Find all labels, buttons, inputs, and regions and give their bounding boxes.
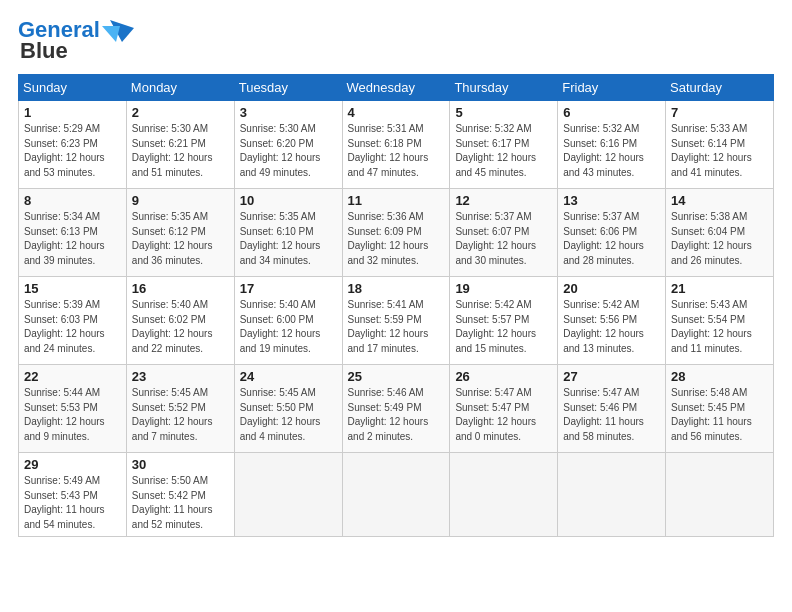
- weekday-header: Saturday: [666, 75, 774, 101]
- calendar-cell: 16Sunrise: 5:40 AM Sunset: 6:02 PM Dayli…: [126, 277, 234, 365]
- day-number: 12: [455, 193, 552, 208]
- day-number: 20: [563, 281, 660, 296]
- day-number: 6: [563, 105, 660, 120]
- calendar-cell: 1Sunrise: 5:29 AM Sunset: 6:23 PM Daylig…: [19, 101, 127, 189]
- weekday-header: Tuesday: [234, 75, 342, 101]
- day-info: Sunrise: 5:31 AM Sunset: 6:18 PM Dayligh…: [348, 122, 445, 180]
- weekday-header: Wednesday: [342, 75, 450, 101]
- calendar-cell: 28Sunrise: 5:48 AM Sunset: 5:45 PM Dayli…: [666, 365, 774, 453]
- day-info: Sunrise: 5:34 AM Sunset: 6:13 PM Dayligh…: [24, 210, 121, 268]
- header: General Blue: [18, 18, 774, 64]
- calendar-cell: 24Sunrise: 5:45 AM Sunset: 5:50 PM Dayli…: [234, 365, 342, 453]
- day-number: 18: [348, 281, 445, 296]
- logo-blue: Blue: [20, 38, 68, 64]
- calendar-cell: 26Sunrise: 5:47 AM Sunset: 5:47 PM Dayli…: [450, 365, 558, 453]
- day-number: 30: [132, 457, 229, 472]
- weekday-header: Friday: [558, 75, 666, 101]
- day-info: Sunrise: 5:43 AM Sunset: 5:54 PM Dayligh…: [671, 298, 768, 356]
- day-info: Sunrise: 5:40 AM Sunset: 6:00 PM Dayligh…: [240, 298, 337, 356]
- day-info: Sunrise: 5:36 AM Sunset: 6:09 PM Dayligh…: [348, 210, 445, 268]
- day-number: 24: [240, 369, 337, 384]
- page: General Blue SundayMondayTuesdayWednesda…: [0, 0, 792, 612]
- day-number: 19: [455, 281, 552, 296]
- day-info: Sunrise: 5:46 AM Sunset: 5:49 PM Dayligh…: [348, 386, 445, 444]
- empty-cell: [234, 453, 342, 537]
- day-info: Sunrise: 5:50 AM Sunset: 5:42 PM Dayligh…: [132, 474, 229, 532]
- day-number: 15: [24, 281, 121, 296]
- day-number: 1: [24, 105, 121, 120]
- day-number: 27: [563, 369, 660, 384]
- day-number: 2: [132, 105, 229, 120]
- day-info: Sunrise: 5:35 AM Sunset: 6:12 PM Dayligh…: [132, 210, 229, 268]
- day-number: 17: [240, 281, 337, 296]
- calendar-cell: 23Sunrise: 5:45 AM Sunset: 5:52 PM Dayli…: [126, 365, 234, 453]
- day-info: Sunrise: 5:42 AM Sunset: 5:57 PM Dayligh…: [455, 298, 552, 356]
- calendar-cell: 5Sunrise: 5:32 AM Sunset: 6:17 PM Daylig…: [450, 101, 558, 189]
- day-info: Sunrise: 5:48 AM Sunset: 5:45 PM Dayligh…: [671, 386, 768, 444]
- day-info: Sunrise: 5:39 AM Sunset: 6:03 PM Dayligh…: [24, 298, 121, 356]
- day-number: 23: [132, 369, 229, 384]
- day-info: Sunrise: 5:33 AM Sunset: 6:14 PM Dayligh…: [671, 122, 768, 180]
- calendar-cell: 20Sunrise: 5:42 AM Sunset: 5:56 PM Dayli…: [558, 277, 666, 365]
- day-info: Sunrise: 5:44 AM Sunset: 5:53 PM Dayligh…: [24, 386, 121, 444]
- logo-icon: [102, 20, 134, 42]
- day-number: 26: [455, 369, 552, 384]
- day-info: Sunrise: 5:42 AM Sunset: 5:56 PM Dayligh…: [563, 298, 660, 356]
- calendar-cell: 18Sunrise: 5:41 AM Sunset: 5:59 PM Dayli…: [342, 277, 450, 365]
- calendar-cell: 27Sunrise: 5:47 AM Sunset: 5:46 PM Dayli…: [558, 365, 666, 453]
- day-number: 7: [671, 105, 768, 120]
- day-number: 22: [24, 369, 121, 384]
- calendar-cell: 14Sunrise: 5:38 AM Sunset: 6:04 PM Dayli…: [666, 189, 774, 277]
- calendar-cell: 4Sunrise: 5:31 AM Sunset: 6:18 PM Daylig…: [342, 101, 450, 189]
- calendar-cell: 11Sunrise: 5:36 AM Sunset: 6:09 PM Dayli…: [342, 189, 450, 277]
- calendar-cell: 30Sunrise: 5:50 AM Sunset: 5:42 PM Dayli…: [126, 453, 234, 537]
- calendar-cell: 12Sunrise: 5:37 AM Sunset: 6:07 PM Dayli…: [450, 189, 558, 277]
- day-info: Sunrise: 5:45 AM Sunset: 5:52 PM Dayligh…: [132, 386, 229, 444]
- day-info: Sunrise: 5:41 AM Sunset: 5:59 PM Dayligh…: [348, 298, 445, 356]
- day-number: 16: [132, 281, 229, 296]
- day-number: 21: [671, 281, 768, 296]
- day-info: Sunrise: 5:32 AM Sunset: 6:16 PM Dayligh…: [563, 122, 660, 180]
- calendar-cell: 21Sunrise: 5:43 AM Sunset: 5:54 PM Dayli…: [666, 277, 774, 365]
- calendar-cell: 9Sunrise: 5:35 AM Sunset: 6:12 PM Daylig…: [126, 189, 234, 277]
- calendar-cell: 17Sunrise: 5:40 AM Sunset: 6:00 PM Dayli…: [234, 277, 342, 365]
- day-info: Sunrise: 5:40 AM Sunset: 6:02 PM Dayligh…: [132, 298, 229, 356]
- day-info: Sunrise: 5:47 AM Sunset: 5:47 PM Dayligh…: [455, 386, 552, 444]
- weekday-header: Thursday: [450, 75, 558, 101]
- day-number: 25: [348, 369, 445, 384]
- calendar-cell: 15Sunrise: 5:39 AM Sunset: 6:03 PM Dayli…: [19, 277, 127, 365]
- empty-cell: [342, 453, 450, 537]
- day-info: Sunrise: 5:29 AM Sunset: 6:23 PM Dayligh…: [24, 122, 121, 180]
- calendar-cell: 29Sunrise: 5:49 AM Sunset: 5:43 PM Dayli…: [19, 453, 127, 537]
- day-info: Sunrise: 5:35 AM Sunset: 6:10 PM Dayligh…: [240, 210, 337, 268]
- calendar-cell: 3Sunrise: 5:30 AM Sunset: 6:20 PM Daylig…: [234, 101, 342, 189]
- day-info: Sunrise: 5:30 AM Sunset: 6:20 PM Dayligh…: [240, 122, 337, 180]
- day-number: 28: [671, 369, 768, 384]
- calendar-cell: 10Sunrise: 5:35 AM Sunset: 6:10 PM Dayli…: [234, 189, 342, 277]
- day-info: Sunrise: 5:30 AM Sunset: 6:21 PM Dayligh…: [132, 122, 229, 180]
- logo: General Blue: [18, 18, 134, 64]
- calendar-cell: 6Sunrise: 5:32 AM Sunset: 6:16 PM Daylig…: [558, 101, 666, 189]
- day-number: 29: [24, 457, 121, 472]
- day-number: 9: [132, 193, 229, 208]
- calendar-cell: 22Sunrise: 5:44 AM Sunset: 5:53 PM Dayli…: [19, 365, 127, 453]
- day-number: 10: [240, 193, 337, 208]
- day-number: 13: [563, 193, 660, 208]
- day-info: Sunrise: 5:38 AM Sunset: 6:04 PM Dayligh…: [671, 210, 768, 268]
- calendar-cell: 2Sunrise: 5:30 AM Sunset: 6:21 PM Daylig…: [126, 101, 234, 189]
- empty-cell: [666, 453, 774, 537]
- calendar-cell: 7Sunrise: 5:33 AM Sunset: 6:14 PM Daylig…: [666, 101, 774, 189]
- calendar-cell: 13Sunrise: 5:37 AM Sunset: 6:06 PM Dayli…: [558, 189, 666, 277]
- calendar-cell: 25Sunrise: 5:46 AM Sunset: 5:49 PM Dayli…: [342, 365, 450, 453]
- day-number: 4: [348, 105, 445, 120]
- weekday-header: Monday: [126, 75, 234, 101]
- day-number: 11: [348, 193, 445, 208]
- day-info: Sunrise: 5:37 AM Sunset: 6:07 PM Dayligh…: [455, 210, 552, 268]
- day-info: Sunrise: 5:49 AM Sunset: 5:43 PM Dayligh…: [24, 474, 121, 532]
- day-number: 5: [455, 105, 552, 120]
- day-number: 3: [240, 105, 337, 120]
- day-info: Sunrise: 5:45 AM Sunset: 5:50 PM Dayligh…: [240, 386, 337, 444]
- day-info: Sunrise: 5:37 AM Sunset: 6:06 PM Dayligh…: [563, 210, 660, 268]
- calendar-table: SundayMondayTuesdayWednesdayThursdayFrid…: [18, 74, 774, 537]
- day-info: Sunrise: 5:32 AM Sunset: 6:17 PM Dayligh…: [455, 122, 552, 180]
